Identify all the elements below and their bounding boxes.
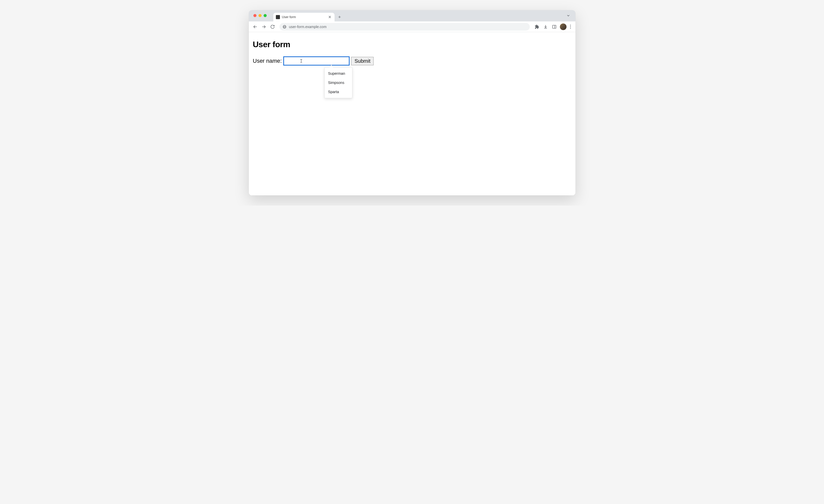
chevron-down-icon[interactable] [564,12,573,19]
window-maximize-button[interactable] [264,14,267,17]
username-input[interactable] [283,56,349,66]
download-icon[interactable] [541,23,550,31]
globe-icon [283,25,287,29]
side-panel-icon[interactable] [550,23,558,31]
kebab-menu-icon[interactable] [568,23,573,31]
username-label: User name: [253,57,282,64]
autocomplete-item[interactable]: Simpsons [325,78,352,87]
svg-rect-6 [552,25,556,28]
reload-button[interactable] [269,23,276,31]
page-content: User form User name: 𝙸 Submit Superman S… [249,32,576,196]
new-tab-button[interactable]: + [336,13,343,21]
close-icon[interactable]: ✕ [328,15,332,19]
toolbar: user-form.example.com [249,21,576,32]
favicon-icon [276,15,280,19]
tab-title: User form [282,15,326,19]
toolbar-right [533,23,573,31]
browser-window: User form ✕ + user-form.example.com [249,10,576,196]
profile-avatar[interactable] [560,23,566,30]
user-form: User name: 𝙸 Submit Superman Simpsons Sp… [253,56,572,66]
browser-tab[interactable]: User form ✕ [273,13,334,21]
traffic-lights [253,14,267,17]
back-button[interactable] [251,23,259,31]
autocomplete-item[interactable]: Superman [325,69,352,78]
autocomplete-item[interactable]: Sparta [325,87,352,96]
titlebar-right [564,12,573,19]
window-minimize-button[interactable] [259,14,262,17]
submit-button[interactable]: Submit [351,57,374,65]
url-text: user-form.example.com [289,25,327,29]
address-bar[interactable]: user-form.example.com [280,23,530,31]
page-title: User form [253,40,572,49]
tabs-area: User form ✕ + [273,10,564,21]
extensions-icon[interactable] [533,23,541,31]
forward-button[interactable] [260,23,268,31]
titlebar: User form ✕ + [249,10,576,21]
autocomplete-dropdown: Superman Simpsons Sparta [324,67,352,98]
window-close-button[interactable] [253,14,256,17]
